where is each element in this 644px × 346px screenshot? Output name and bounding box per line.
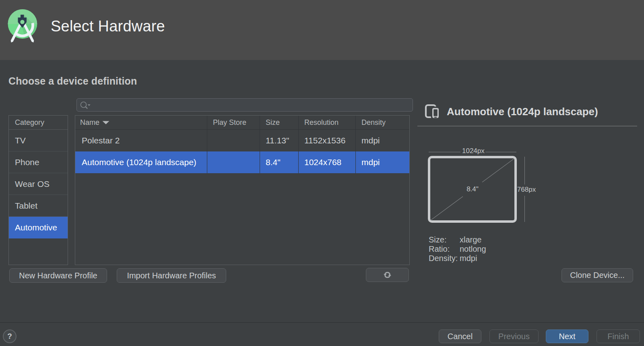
previous-button[interactable]: Previous: [489, 329, 539, 343]
table-row-automotive-1024p[interactable]: Automotive (1024p landscape) 8.4" 1024x7…: [75, 151, 409, 173]
width-measure-line-left: [429, 152, 460, 152]
height-measure-line-top: [524, 157, 525, 184]
width-label: 1024px: [462, 147, 484, 155]
category-item-automotive[interactable]: Automotive: [9, 217, 68, 238]
height-measure-line-bottom: [524, 196, 525, 222]
detail-separator: [417, 126, 637, 126]
column-header-name[interactable]: Name: [75, 116, 207, 129]
category-item-phone[interactable]: Phone: [9, 151, 68, 173]
help-button[interactable]: ?: [3, 329, 17, 343]
search-field[interactable]: [76, 98, 413, 112]
column-header-size[interactable]: Size: [260, 116, 299, 129]
category-item-tv[interactable]: TV: [9, 130, 68, 151]
width-measure-line-right: [485, 152, 516, 152]
import-hardware-profiles-button[interactable]: Import Hardware Profiles: [117, 268, 226, 283]
next-button[interactable]: Next: [546, 329, 588, 343]
device-table-header: Name Play Store Size Resolution Density: [75, 116, 409, 130]
spec-ratio: Ratio:notlong: [429, 244, 486, 254]
category-panel: Category TV Phone Wear OS Tablet Automot…: [8, 115, 68, 265]
dialog-header: Select Hardware: [0, 0, 644, 60]
clone-device-button[interactable]: Clone Device...: [561, 268, 633, 282]
refresh-button[interactable]: [366, 268, 409, 282]
new-hardware-profile-button[interactable]: New Hardware Profile: [9, 268, 107, 283]
select-hardware-dialog: Select Hardware Choose a device definiti…: [0, 0, 644, 346]
spec-size: Size:xlarge: [429, 235, 486, 244]
table-row-polestar-2[interactable]: Polestar 2 11.13" 1152x1536 mdpi: [75, 130, 409, 151]
search-icon: [80, 100, 92, 110]
category-item-wear-os[interactable]: Wear OS: [9, 173, 68, 195]
device-type-icon: [423, 103, 440, 119]
category-header: Category: [9, 116, 68, 130]
refresh-icon: [383, 271, 392, 280]
footer-separator: [0, 322, 644, 323]
category-item-tablet[interactable]: Tablet: [9, 195, 68, 217]
device-specs: Size:xlarge Ratio:notlong Density:mdpi: [429, 235, 486, 263]
page-heading: Choose a device definition: [8, 75, 137, 87]
cancel-button[interactable]: Cancel: [439, 329, 481, 343]
device-detail-title: Automotive (1024p landscape): [447, 106, 598, 118]
device-table: Name Play Store Size Resolution Density …: [75, 115, 410, 265]
spec-density: Density:mdpi: [429, 254, 486, 263]
height-label: 768px: [517, 186, 536, 194]
finish-button[interactable]: Finish: [597, 329, 640, 343]
search-input[interactable]: [92, 99, 406, 110]
column-header-resolution[interactable]: Resolution: [299, 116, 356, 129]
sort-descending-icon: [102, 121, 109, 124]
android-studio-logo-icon: [7, 9, 39, 44]
dialog-title: Select Hardware: [51, 18, 165, 35]
diagonal-size-label: 8.4": [464, 185, 481, 193]
column-header-density[interactable]: Density: [356, 116, 409, 129]
column-header-play-store[interactable]: Play Store: [207, 116, 260, 129]
